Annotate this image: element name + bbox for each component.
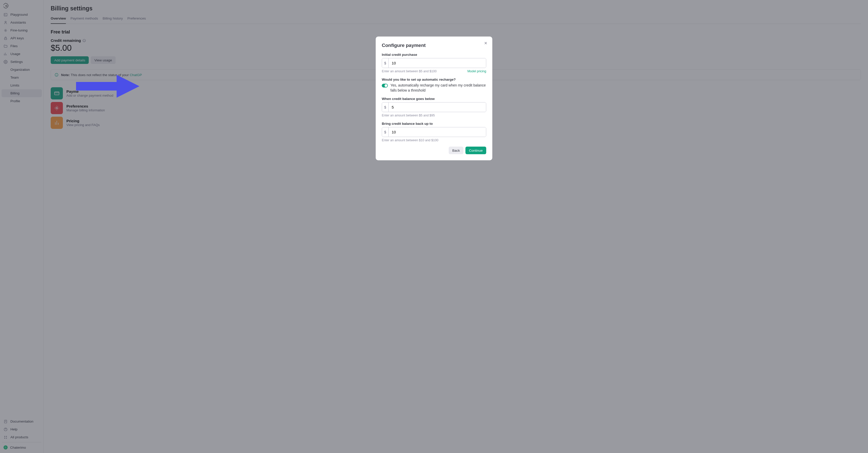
close-icon — [484, 41, 488, 45]
auto-recharge-label: Would you like to set up automatic recha… — [382, 78, 486, 82]
svg-marker-16 — [76, 75, 140, 98]
modal-footer: Back Continue — [382, 147, 486, 154]
modal-overlay: Configure payment Initial credit purchas… — [0, 0, 868, 453]
initial-credit-input[interactable] — [389, 58, 486, 68]
dollar-prefix: $ — [382, 58, 389, 68]
dollar-prefix: $ — [382, 102, 389, 112]
continue-button[interactable]: Continue — [465, 147, 486, 154]
back-button[interactable]: Back — [449, 147, 463, 154]
below-input[interactable] — [389, 102, 486, 112]
initial-credit-input-group: $ — [382, 58, 486, 68]
below-input-group: $ — [382, 102, 486, 112]
bring-input-group: $ — [382, 127, 486, 137]
bring-label: Bring credit balance back up to — [382, 122, 486, 125]
initial-credit-label: Initial credit purchase — [382, 53, 486, 57]
initial-helper: Enter an amount between $5 and $100 — [382, 69, 437, 73]
close-button[interactable] — [484, 41, 488, 45]
below-helper: Enter an amount between $5 and $95 — [382, 114, 435, 117]
auto-recharge-toggle[interactable] — [382, 84, 388, 88]
bring-helper: Enter an amount between $10 and $100 — [382, 139, 438, 142]
auto-recharge-toggle-row: Yes, automatically recharge my card when… — [382, 83, 486, 93]
below-label: When credit balance goes below — [382, 97, 486, 101]
configure-payment-modal: Configure payment Initial credit purchas… — [376, 36, 492, 160]
model-pricing-link[interactable]: Model pricing — [467, 69, 486, 73]
toggle-text: Yes, automatically recharge my card when… — [391, 83, 486, 93]
bring-input[interactable] — [389, 127, 486, 137]
annotation-arrow — [76, 75, 140, 100]
dollar-prefix: $ — [382, 127, 389, 137]
modal-title: Configure payment — [382, 42, 486, 48]
